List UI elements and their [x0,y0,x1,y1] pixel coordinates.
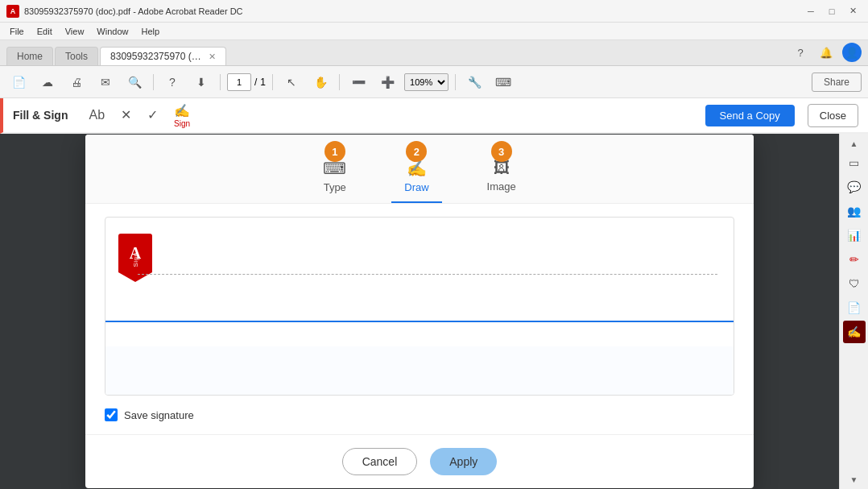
tab-num-1: 1 [324,141,345,162]
nav-down-button[interactable]: ⬇ [189,70,213,94]
new-doc-button[interactable]: 📄 [6,70,31,94]
type-text-button[interactable]: Ab [84,106,110,125]
save-signature-row: Save signature [105,408,734,421]
right-sidebar: ▲ ▭ 💬 👥 📊 ✏ 🛡 📄 ✍ ▼ [839,134,868,489]
zoom-in-button[interactable]: ➕ [375,70,399,94]
signature-baseline [105,321,734,322]
modal-overlay: 1 ⌨ Type 2 ✍ Draw 3 🖼 Image [0,134,839,489]
account-tab-button[interactable]: 👤 [842,43,862,62]
x-icon: ✕ [121,107,131,122]
sidebar-compress-button[interactable]: 📄 [843,296,866,319]
tab-image[interactable]: 3 🖼 Image [474,147,529,203]
menu-window[interactable]: Window [90,25,134,38]
tab-document[interactable]: 83095932375970 (… ✕ [100,47,226,65]
cancel-button[interactable]: Cancel [342,448,418,475]
save-signature-label: Save signature [124,409,194,421]
window-controls: ─ □ ✕ [802,2,862,20]
cloud-button[interactable]: ☁ [35,70,60,94]
page-nav: / 1 [227,73,266,91]
menu-edit[interactable]: Edit [31,25,59,38]
close-fill-sign-button[interactable]: Close [808,104,858,127]
tab-action-area: ? 🔔 👤 [791,43,862,65]
tools-keyboard-button[interactable]: ⌨ [491,70,515,94]
sidebar-protect-button[interactable]: 🛡 [843,272,866,295]
separator-4 [339,74,340,90]
tab-type[interactable]: 1 ⌨ Type [310,147,359,203]
maximize-button[interactable]: □ [823,2,841,20]
sidebar-organize-button[interactable]: 📊 [843,224,866,247]
separator-1 [153,74,154,90]
sidebar-comment-button[interactable]: 💬 [843,176,866,198]
title-bar: A 83095932375970 (doc).pdf - Adobe Acrob… [0,0,868,23]
sidebar-sign-button[interactable]: ✍ [843,321,866,343]
minimize-button[interactable]: ─ [802,2,820,20]
signature-modal: 1 ⌨ Type 2 ✍ Draw 3 🖼 Image [85,135,754,488]
modal-tab-bar: 1 ⌨ Type 2 ✍ Draw 3 🖼 Image [85,135,754,204]
type-tab-label: Type [324,181,346,193]
cross-mark-button[interactable]: ✕ [116,106,136,125]
page-number-input[interactable] [227,73,251,91]
tab-draw[interactable]: 2 ✍ Draw [391,147,441,203]
print-button[interactable]: 🖨 [64,70,89,94]
signature-lower-area[interactable] [105,346,734,395]
separator-5 [455,74,456,90]
zoom-level-select[interactable]: 109% 100% 75% [404,73,448,91]
pdf-background: H Sig 1 ⌨ Type 2 ✍ Draw [0,134,839,489]
tab-bar: Home Tools 83095932375970 (… ✕ ? 🔔 👤 [0,40,868,66]
signature-draw-area[interactable]: A Sign [105,217,734,396]
sidebar-scroll-down-button[interactable]: ▼ [843,473,866,486]
tools-rotate-button[interactable]: 🔧 [462,70,486,94]
tab-home[interactable]: Home [6,47,53,65]
modal-footer: Cancel Apply [85,434,754,488]
hand-tool-button[interactable]: ✋ [308,70,333,94]
image-tab-label: Image [487,180,516,193]
fill-sign-title: Fill & Sign [13,109,68,122]
sidebar-edit-button[interactable]: ✏ [843,248,866,271]
separator-2 [220,74,221,90]
cursor-tool-button[interactable]: ↖ [279,70,304,94]
badge-sign-text: Sign [132,252,139,267]
ab-icon: Ab [89,108,105,122]
menu-bar: File Edit View Window Help [0,23,868,40]
sidebar-scroll-up-button[interactable]: ▲ [843,137,866,150]
draw-tab-label: Draw [404,181,428,193]
sign-icon: ✍ [174,103,190,118]
tab-num-2: 2 [406,141,427,162]
zoom-out-button[interactable]: ➖ [346,70,370,94]
signature-canvas[interactable]: A Sign [105,218,734,346]
sidebar-panels-button[interactable]: ▭ [843,151,866,174]
fill-sign-bar: Fill & Sign Ab ✕ ✓ ✍ Sign Send a Copy Cl… [0,98,868,134]
tab-tools[interactable]: Tools [55,47,98,65]
adobe-sign-badge: A Sign [118,234,152,279]
help-toolbar-button[interactable]: ? [160,70,184,94]
save-signature-checkbox[interactable] [105,408,118,421]
email-button[interactable]: ✉ [93,70,118,94]
apply-button[interactable]: Apply [430,448,497,475]
check-icon: ✓ [147,107,158,122]
app-icon: A [6,5,19,18]
signature-guide-line [138,274,717,275]
notifications-tab-button[interactable]: 🔔 [816,43,836,62]
toolbar: 📄 ☁ 🖨 ✉ 🔍 ? ⬇ / 1 ↖ ✋ ➖ ➕ 109% 100% 75% … [0,66,868,98]
menu-help[interactable]: Help [134,25,166,38]
close-window-button[interactable]: ✕ [844,2,862,20]
window-title: 83095932375970 (doc).pdf - Adobe Acrobat… [24,6,802,16]
check-mark-button[interactable]: ✓ [143,106,163,125]
tab-close-icon[interactable]: ✕ [209,52,216,61]
help-tab-button[interactable]: ? [791,43,810,62]
tab-num-3: 3 [491,141,512,162]
share-button[interactable]: Share [812,73,862,92]
menu-file[interactable]: File [3,25,31,38]
main-area: H Sig 1 ⌨ Type 2 ✍ Draw [0,134,868,489]
search-toolbar-button[interactable]: 🔍 [122,70,147,94]
menu-view[interactable]: View [59,25,91,38]
send-copy-button[interactable]: Send a Copy [705,105,795,126]
sidebar-share-button[interactable]: 👥 [843,200,866,222]
sign-button[interactable]: ✍ Sign [169,102,195,130]
separator-3 [272,74,273,90]
